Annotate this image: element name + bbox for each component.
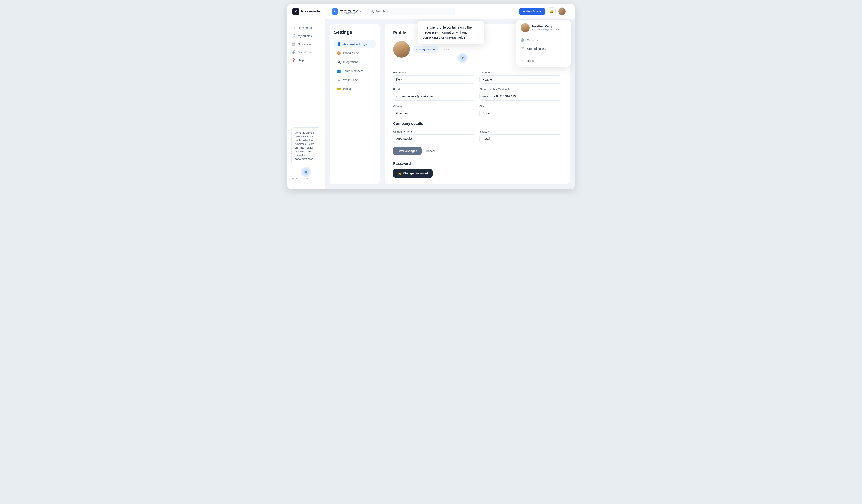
sidebar-label-help: Help [298, 59, 304, 62]
cancel-button[interactable]: Cancel [424, 147, 436, 155]
user-avatar-button[interactable] [558, 8, 566, 15]
billing-icon: 💳 [337, 87, 341, 91]
name-row: First name Last name [393, 71, 561, 84]
industry-label: Industry [479, 130, 561, 133]
logo-area: P Pressmaster [292, 8, 326, 15]
last-name-label: Last name [479, 71, 561, 74]
settings-nav-account[interactable]: 👤 Account settings [334, 40, 376, 48]
phone-label: Phone number (Optional) [479, 88, 561, 91]
dropdown-upgrade-label: Upgrade plan? [527, 47, 546, 50]
phone-country-selector[interactable]: DE ▾ [480, 92, 491, 100]
change-password-button[interactable]: 🔒 Change password [393, 169, 433, 177]
settings-nav-brand[interactable]: 🎨 Brand guide [334, 49, 376, 57]
hide-menu-button[interactable]: ⊞ Hide menu [291, 176, 321, 181]
articles-icon: 📄 [291, 34, 296, 38]
tooltip-popup: The user profile contains only the neces… [418, 21, 484, 44]
first-name-group: First name [393, 71, 475, 84]
sidebar-item-my-articles[interactable]: 📄 My Articles [287, 32, 325, 40]
sidebar-item-social-suite[interactable]: 🔗 Social Suite [287, 48, 325, 56]
cursor-dot [305, 171, 308, 173]
profile-avatar-inner [393, 41, 410, 58]
sidebar-item-help[interactable]: ❓ Help [287, 56, 325, 64]
email-label: Email [393, 88, 475, 91]
sidebar-label-dashboard: Dashboard [298, 26, 312, 29]
city-group: City [479, 105, 561, 117]
change-avatar-button[interactable]: Change avatar [413, 46, 439, 53]
dashboard-icon: ⊞ [291, 26, 296, 30]
settings-nav-billing[interactable]: 💳 Billing [334, 85, 376, 93]
social-icon: 🔗 [291, 50, 296, 54]
brand-icon: 🎨 [337, 51, 341, 55]
newsroom-icon: 📰 [291, 42, 296, 46]
change-password-label: Change password [403, 172, 428, 175]
sidebar-label-newsroom: Newsroom [298, 42, 312, 46]
settings-nav-integrations[interactable]: 🔌 Integrations [334, 58, 376, 66]
sidebar-item-dashboard[interactable]: ⊞ Dashboard [287, 24, 325, 32]
app-wrapper: P Pressmaster A Acme Agency 3/5 publicat… [287, 4, 575, 189]
search-bar[interactable]: 🔍 [367, 8, 455, 15]
save-changes-label: Save changes [398, 149, 417, 152]
sidebar-tooltip-text: Once the articles are successfully publi… [295, 131, 314, 160]
sidebar-label-my-articles: My Articles [298, 34, 312, 38]
settings-panel: Settings 👤 Account settings 🎨 Brand guid… [330, 24, 380, 184]
settings-nav-team[interactable]: 👥 Team members [334, 67, 376, 75]
bell-icon: 🔔 [549, 9, 554, 13]
workspace-info: Acme Agency 3/5 publications [340, 9, 358, 14]
dropdown-avatar [521, 23, 530, 32]
user-avatar-img [559, 8, 565, 15]
user-caret-icon[interactable]: ▾ [569, 10, 570, 13]
new-article-label: + New Article [523, 10, 541, 13]
profile-avatar [393, 41, 410, 58]
save-changes-button[interactable]: Save changes [393, 147, 422, 155]
sidebar-item-newsroom[interactable]: 📰 Newsroom [287, 40, 325, 48]
cursor-dot-2 [461, 56, 464, 59]
action-buttons: Save changes Cancel [393, 147, 561, 155]
email-input[interactable] [393, 92, 475, 101]
team-icon: 👥 [337, 69, 341, 73]
city-input[interactable] [479, 109, 561, 117]
company-name-input[interactable] [393, 134, 475, 143]
settings-nav-team-label: Team members [343, 69, 363, 72]
cancel-label: Cancel [426, 149, 435, 152]
settings-nav-whitelabel-label: White Label [343, 78, 358, 82]
new-article-button[interactable]: + New Article [519, 8, 545, 15]
topbar: P Pressmaster A Acme Agency 3/5 publicat… [287, 4, 575, 19]
cursor-ripple [301, 167, 311, 177]
notification-button[interactable]: 🔔 [548, 8, 556, 15]
first-name-input[interactable] [393, 75, 475, 84]
phone-number-input[interactable] [491, 92, 561, 100]
city-label: City [479, 105, 561, 108]
settings-nav-brand-label: Brand guide [343, 51, 359, 55]
contact-row: Email ✉ Phone number (Optional) DE ▾ [393, 88, 561, 101]
change-avatar-label: Change avatar [416, 48, 435, 51]
industry-group: Industry [479, 130, 561, 143]
delete-avatar-button[interactable]: Delete [442, 46, 452, 53]
search-input[interactable] [376, 10, 452, 13]
logo-letter: P [295, 10, 297, 13]
workspace-selector[interactable]: A Acme Agency 3/5 publications ▾ [329, 7, 364, 16]
country-input[interactable] [393, 109, 475, 117]
first-name-label: First name [393, 71, 475, 74]
settings-nav-account-label: Account settings [343, 42, 367, 46]
dropdown-user-header: Heather Kelly heatherkelly@gmail.com [517, 23, 571, 36]
last-name-group: Last name [479, 71, 561, 84]
dropdown-logout-item[interactable]: ↪ Log out [517, 56, 571, 65]
company-name-label: Company Name [393, 130, 475, 133]
gear-icon: ⚙️ [521, 38, 525, 42]
company-row: Company Name Industry [393, 130, 561, 143]
sidebar-tooltip: Once the articles are successfully publi… [291, 128, 321, 164]
help-icon: ❓ [291, 58, 296, 62]
industry-input[interactable] [479, 134, 561, 143]
settings-nav-billing-label: Billing [343, 87, 351, 91]
settings-nav-integrations-label: Integrations [343, 61, 358, 64]
dropdown-settings-item[interactable]: ⚙️ Settings [517, 36, 571, 44]
country-label: Country [393, 105, 475, 108]
logo-box: P [292, 8, 299, 15]
dropdown-upgrade-item[interactable]: 🛒 Upgrade plan? [517, 44, 571, 53]
logo-text: Pressmaster [301, 10, 321, 13]
user-dropdown: Heather Kelly heatherkelly@gmail.com ⚙️ … [517, 20, 571, 67]
last-name-input[interactable] [479, 75, 561, 84]
phone-group: Phone number (Optional) DE ▾ [479, 88, 561, 101]
dropdown-user-name: Heather Kelly [532, 25, 560, 28]
settings-nav-whitelabel[interactable]: ⚙ White Label [334, 76, 376, 84]
